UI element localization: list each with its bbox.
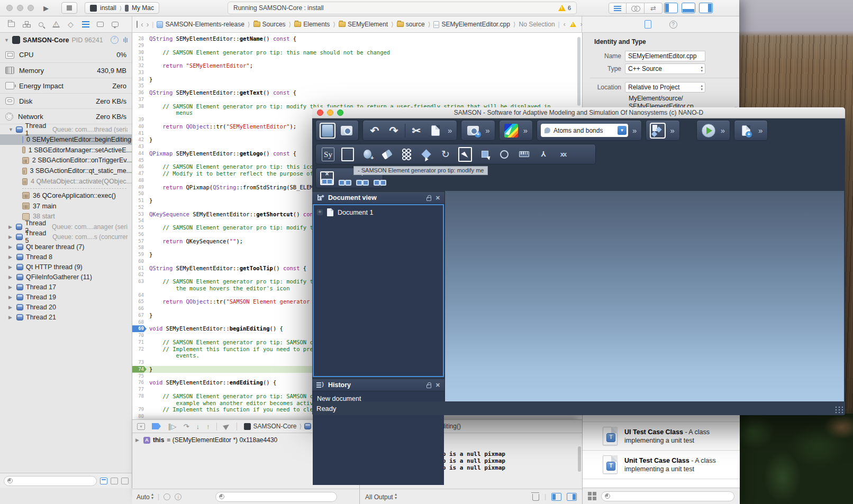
version-editor-button[interactable]: ⇄	[645, 3, 663, 14]
pointer-tool-button[interactable]	[458, 147, 472, 162]
line-number-gutter[interactable]: 51	[132, 197, 147, 204]
viewport-preset-button[interactable]	[320, 123, 335, 139]
line-number-gutter[interactable]: 30	[132, 49, 147, 56]
breadcrumb-item[interactable]: Elements	[294, 21, 330, 28]
filter-stack-toggle[interactable]	[121, 478, 129, 484]
line-number-gutter[interactable]: 76	[132, 379, 147, 386]
continue-button[interactable]: ∥▷	[168, 423, 177, 430]
breadcrumb-item[interactable]: SEMyElementEditor.cpp	[433, 21, 510, 28]
history-header[interactable]: History ✕	[312, 379, 444, 391]
line-number-gutter[interactable]: 31	[132, 56, 147, 62]
breadcrumb-item[interactable]: No Selection	[519, 21, 555, 28]
thread-row[interactable]: ▶Thread 21	[0, 312, 132, 322]
line-number-gutter[interactable]	[132, 400, 147, 407]
breakpoint-navigator-tab[interactable]	[96, 21, 104, 29]
breadcrumb-item[interactable]: source	[397, 21, 425, 28]
line-number-gutter[interactable]: 50	[132, 190, 147, 197]
stack-frame-row[interactable]: 0 SEMyElementEditor::beginEditing()	[0, 134, 132, 145]
close-button[interactable]	[317, 109, 323, 116]
report-navigator-tab[interactable]	[111, 21, 119, 29]
gauge-row-cpu[interactable]: CPU0%	[0, 47, 132, 62]
line-number-gutter[interactable]: 42	[132, 136, 147, 143]
line-number-gutter[interactable]: 55	[132, 224, 147, 231]
stack-frame-row[interactable]: 36 QCoreApplication::exec()	[0, 190, 132, 201]
line-number-gutter[interactable]: 68	[132, 319, 147, 326]
toggle-debug-area-button[interactable]	[682, 3, 695, 13]
watch-icon[interactable]	[164, 493, 170, 500]
stereo-on-button[interactable]	[339, 171, 351, 185]
thread-row[interactable]: ▶Thread 19	[0, 292, 132, 302]
redo-button[interactable]: ↷	[386, 123, 402, 139]
process-row[interactable]: ▼ SAMSON-Core PID 96241	[0, 33, 132, 47]
navigator-filter-field[interactable]	[4, 476, 97, 486]
stack-frame-row[interactable]: 4 QMetaObject::activate(QObjec...	[0, 176, 132, 187]
minimize-button[interactable]	[17, 5, 23, 11]
library-item[interactable]: Unit Test Case Class - A class implement…	[583, 451, 740, 479]
line-number-gutter[interactable]: 45	[132, 157, 147, 164]
step-out-button[interactable]: ↑	[206, 423, 210, 430]
line-number-gutter[interactable]: 60	[132, 258, 147, 265]
line-number-gutter[interactable]: 59	[132, 251, 147, 258]
gauge-icon[interactable]	[111, 36, 119, 44]
lock-icon[interactable]	[426, 384, 431, 388]
line-number-gutter[interactable]: 32	[132, 62, 147, 69]
line-number-gutter[interactable]: 72	[132, 346, 147, 353]
line-number-gutter[interactable]: 71	[132, 339, 147, 346]
gauge-row-network[interactable]: NetworkZero KB/s	[0, 108, 132, 124]
custom-editor-slot-button[interactable]	[341, 147, 355, 162]
add-element-button[interactable]: +	[465, 123, 481, 139]
line-number-gutter[interactable]: 39	[132, 116, 147, 123]
screenshot-button[interactable]	[339, 123, 355, 139]
breakpoints-toggle-button[interactable]	[152, 423, 161, 429]
stack-frame-row[interactable]: 38 start	[0, 212, 132, 222]
line-number-gutter[interactable]: 43	[132, 143, 147, 150]
zoom-button[interactable]	[28, 5, 34, 11]
rotate-atoms-tool-button[interactable]: ↻	[439, 147, 452, 162]
line-number-gutter[interactable]: 58	[132, 244, 147, 251]
thread-row[interactable]: ▶Qt HTTP thread (9)	[0, 262, 132, 272]
disclosure-icon[interactable]: ▼	[8, 127, 13, 132]
cut-button[interactable]: ✂	[409, 123, 424, 139]
location-button[interactable]	[223, 423, 231, 430]
line-number-gutter[interactable]: 41	[132, 130, 147, 137]
line-number-gutter[interactable]: 35	[132, 83, 147, 89]
close-panel-icon[interactable]: ✕	[435, 195, 440, 201]
debug-breadcrumb-item[interactable]: SAMSON-Core	[244, 423, 296, 430]
rotate-view-tool-button[interactable]	[497, 147, 511, 162]
help-inspector-tab[interactable]: ?	[669, 21, 677, 29]
show-variables-pane-button[interactable]	[551, 493, 561, 501]
name-field[interactable]: SEMyElementEditor.cpp	[625, 51, 705, 61]
line-number-gutter[interactable]: 52	[132, 204, 147, 211]
line-number-gutter[interactable]: 56	[132, 231, 147, 238]
line-number-gutter[interactable]: 63	[132, 278, 147, 285]
overflow-chevron-icon[interactable]: »	[522, 126, 529, 135]
copy-button[interactable]	[428, 123, 443, 139]
lock-icon[interactable]	[426, 197, 431, 201]
line-number-gutter[interactable]: 36	[132, 89, 147, 96]
debug-navigator-tab[interactable]	[81, 21, 89, 29]
line-number-gutter[interactable]: 53	[132, 211, 147, 218]
location-dropdown[interactable]: Relative to Project▴▾	[625, 82, 705, 93]
thread-row[interactable]: ▶Qt bearer thread (7)	[0, 242, 132, 252]
symbol-navigator-tab[interactable]	[22, 21, 30, 29]
info-icon[interactable]: i	[175, 493, 182, 500]
line-number-gutter[interactable]: 46	[132, 163, 147, 170]
symbols-tool-button[interactable]: Sy	[321, 147, 335, 162]
line-number-gutter[interactable]: 34	[132, 76, 147, 83]
overflow-chevron-icon[interactable]: »	[720, 126, 726, 135]
line-number-gutter[interactable]: 73	[132, 359, 147, 366]
line-number-gutter[interactable]: 57	[132, 238, 147, 245]
line-number-gutter[interactable]: 70	[132, 332, 147, 339]
overflow-chevron-icon[interactable]: »	[757, 126, 764, 135]
line-number-gutter[interactable]: 66	[132, 305, 147, 312]
line-number-gutter[interactable]: 44	[132, 150, 147, 157]
move-tool-button[interactable]	[419, 147, 433, 162]
thread-row[interactable]: ▶Thread 20	[0, 302, 132, 312]
line-number-gutter[interactable]: 47	[132, 170, 147, 177]
scheme-selector[interactable]: install ⟩ My Mac	[85, 2, 159, 14]
disclosure-icon[interactable]: ▼	[4, 38, 10, 43]
thread-row[interactable]: ▶Thread 5Queue: com....s (concurrent)	[0, 232, 132, 242]
overflow-chevron-icon[interactable]: »	[447, 126, 453, 135]
filter-flag-toggle[interactable]	[111, 478, 118, 484]
stack-frame-row[interactable]: 2 SBGActionEditor::onTriggerEv...	[0, 155, 132, 166]
